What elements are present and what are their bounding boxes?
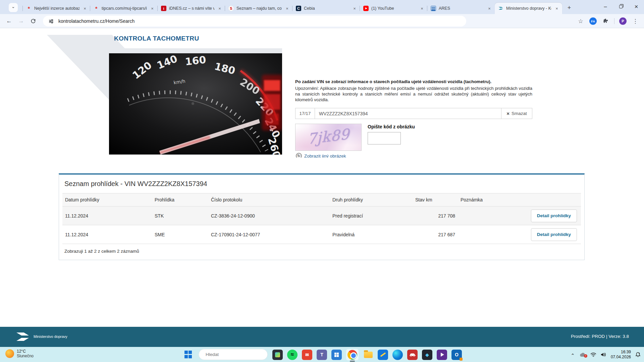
address-bar[interactable]: kontrolatachometru.cz/Home/Search [43,16,466,26]
table-summary: Zobrazuji 1 až 2 z celkem 2 záznamů [62,244,581,256]
mdcr-icon [498,6,503,11]
captcha-refresh-link[interactable]: Zobrazit jiný obrázek [296,153,346,158]
media-player-icon[interactable] [437,350,447,360]
results-card: Seznam prohlídek - VIN WV2ZZZ2KZ8X157394… [59,173,585,260]
ares-icon [431,6,436,11]
results-title: Seznam prohlídek - VIN WV2ZZZ2KZ8X157394 [62,179,581,193]
taskbar-apps [272,349,462,361]
close-icon[interactable] [554,6,559,11]
edge-icon[interactable] [392,350,403,360]
site-info-icon[interactable] [47,17,55,25]
wifi-icon[interactable] [590,352,596,357]
tab-autobazar[interactable]: Největší inzerce autobaza [23,3,90,14]
window-controls [598,0,644,13]
taskbar-clock[interactable]: 16:39 07.04.2026 [611,350,631,360]
tipcars-star-icon [26,6,32,11]
url-text: kontrolatachometru.cz/Home/Search [58,18,135,24]
windows-taskbar: 12°C Slunečno × [0,347,644,362]
detail-button[interactable]: Detail prohlídky [531,209,577,222]
close-icon[interactable] [82,6,88,11]
back-icon[interactable] [4,16,14,26]
weather-condition: Slunečno [17,354,34,358]
captcha-input[interactable] [368,132,401,144]
tab-title: Cebia [304,6,349,11]
tab-ares[interactable]: ARES [427,3,495,14]
restore-icon[interactable] [613,0,629,13]
tab-tipcars[interactable]: tipcars.com/muj-tipcars/i [90,3,158,14]
clear-label: Smazat [512,111,527,116]
tab-title: iDNES.cz – s námi víte víc [169,6,214,11]
photos-icon[interactable] [272,350,283,360]
hidden-icons-chevron[interactable] [571,352,575,358]
menu-dots-icon[interactable] [631,17,639,25]
tab-search-chevron-icon[interactable] [9,3,18,12]
cell-km: 217 708 [413,213,458,219]
browser-toolbar: kontrolatachometru.cz/Home/Search FA P [0,14,644,28]
forward-icon[interactable] [16,16,26,26]
footer-env-text: Prostředí: PROD | Verze: 3.8 [571,334,629,339]
tab-ministerstvo-dopravy[interactable]: Ministerstvo dopravy - Ko [495,3,562,14]
idnes-icon [161,6,166,11]
tab-idnes[interactable]: iDNES.cz – s námi víte víc [158,3,225,14]
weather-widget[interactable]: 12°C Slunečno [5,349,34,358]
store-icon[interactable] [378,350,388,360]
close-icon[interactable] [150,6,155,11]
vin-char-counter: 17/17 [296,108,315,119]
close-icon[interactable] [487,6,492,11]
teams-icon[interactable] [317,350,327,360]
vin-input[interactable] [315,108,501,119]
cell-type: STK [152,213,208,219]
office-icon[interactable] [331,350,342,360]
browser-tab-strip: Největší inzerce autobaza tipcars.com/mu… [0,0,644,14]
hero-section: KONTROLA TACHOMETRU 120 140 160 180 200 [0,28,644,158]
chrome-icon[interactable] [346,349,359,360]
file-explorer-icon[interactable] [363,350,373,360]
tab-title: Seznam – najdu tam, co n [236,6,282,11]
extension-fa-badge[interactable]: FA [589,17,597,25]
extensions-puzzle-icon[interactable] [601,17,609,25]
outlook-icon[interactable] [451,350,462,360]
col-header-protocol: Číslo protokolu [208,197,330,202]
close-icon[interactable] [419,6,425,11]
taskbar-search-input[interactable] [206,352,265,357]
close-icon[interactable] [217,6,222,11]
col-header-type: Prohlídka [152,197,208,202]
new-tab-plus-icon[interactable] [564,3,574,13]
profile-avatar[interactable]: P [619,17,627,25]
volume-icon[interactable] [601,352,606,357]
col-header-date: Datum prohlídky [62,197,152,202]
tab-cebia[interactable]: Cebia [292,3,360,14]
captcha-label: Opište kód z obrázku [368,124,415,129]
car-dealer-icon[interactable] [407,350,418,360]
speedo-number: 160 [184,54,207,67]
ministry-logo-icon [15,331,31,344]
notification-bell-sleep-icon[interactable]: z [635,352,641,357]
onedrive-cloud-error-icon[interactable]: × [579,352,586,357]
spotify-icon[interactable] [287,350,298,360]
site-footer: Ministerstvo dopravy Prostředí: PROD | V… [0,327,644,347]
start-button[interactable] [184,351,193,359]
close-icon[interactable] [352,6,357,11]
detail-button[interactable]: Detail prohlídky [531,228,577,241]
refresh-icon [296,153,302,158]
close-icon[interactable] [629,0,644,13]
close-icon[interactable] [284,6,290,11]
clear-vin-button[interactable]: Smazat [501,108,532,119]
table-row: 11.12.2024 STK CZ-3836-24-12-0900 Pred r… [62,206,581,225]
bookmark-star-icon[interactable] [577,17,585,25]
cell-km: 217 687 [413,232,458,237]
warning-text: Upozornění: Aplikace zobrazuje hodnoty z… [295,85,532,103]
tab-title: tipcars.com/muj-tipcars/i [102,6,147,11]
vin-input-row: 17/17 Smazat [295,108,532,119]
taskbar-search[interactable] [199,349,268,360]
minimize-icon[interactable] [598,0,613,13]
cell-date: 11.12.2024 [62,232,152,237]
tab-youtube[interactable]: (1) YouTube [360,3,427,14]
error-badge: × [584,354,587,358]
dev-tool-icon[interactable] [422,350,432,360]
system-tray: × 16:39 07.04.2026 z [571,347,641,362]
reload-icon[interactable] [28,16,38,26]
gmail-icon[interactable] [302,350,312,360]
refresh-label: Zobrazit jiný obrázek [304,154,346,158]
tab-seznam[interactable]: Seznam – najdu tam, co n [225,3,292,14]
